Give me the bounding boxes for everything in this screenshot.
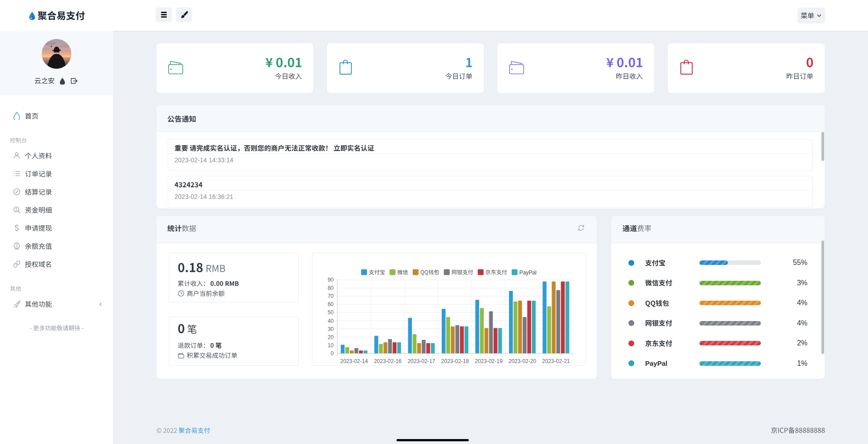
svg-text:2023-02-14: 2023-02-14 <box>340 358 368 364</box>
svg-text:PayPal: PayPal <box>519 269 537 276</box>
svg-text:40: 40 <box>328 318 334 324</box>
svg-text:80: 80 <box>328 285 334 291</box>
svg-text:90: 90 <box>328 277 334 283</box>
svg-text:2023-02-18: 2023-02-18 <box>441 358 469 364</box>
svg-text:2023-02-20: 2023-02-20 <box>509 358 537 364</box>
svg-text:60: 60 <box>328 301 334 307</box>
svg-text:2023-02-21: 2023-02-21 <box>542 358 570 364</box>
svg-text:30: 30 <box>328 326 334 332</box>
svg-text:0: 0 <box>330 350 334 357</box>
svg-text:70: 70 <box>328 293 334 299</box>
svg-text:2023-02-19: 2023-02-19 <box>475 358 503 364</box>
svg-text:2023-02-16: 2023-02-16 <box>374 358 402 364</box>
svg-text:10: 10 <box>328 342 334 349</box>
svg-text:20: 20 <box>328 334 334 340</box>
svg-text:2023-02-17: 2023-02-17 <box>407 358 435 364</box>
svg-text:50: 50 <box>328 309 334 316</box>
